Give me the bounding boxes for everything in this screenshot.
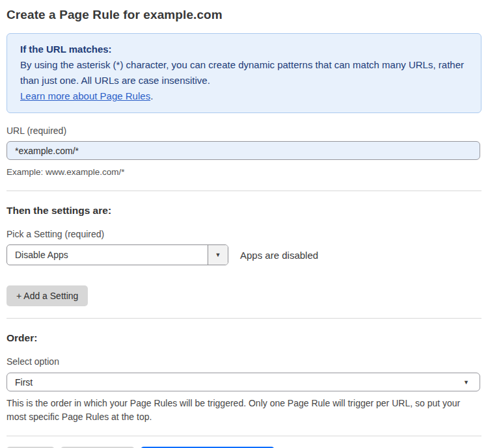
order-select-label: Select option bbox=[7, 356, 481, 367]
info-box-heading: If the URL matches: bbox=[20, 42, 468, 57]
settings-section-heading: Then the settings are: bbox=[7, 205, 481, 217]
chevron-down-icon[interactable]: ▼ bbox=[208, 245, 228, 265]
page-title: Create a Page Rule for example.com bbox=[7, 8, 481, 22]
add-setting-button[interactable]: + Add a Setting bbox=[7, 285, 88, 306]
order-select[interactable]: First ▼ bbox=[7, 373, 480, 391]
info-box-body: By using the asterisk (*) character, you… bbox=[20, 57, 468, 88]
pick-setting-label: Pick a Setting (required) bbox=[7, 229, 481, 239]
link-suffix: . bbox=[150, 90, 153, 101]
url-matches-info-box: If the URL matches: By using the asteris… bbox=[7, 33, 481, 113]
learn-more-link[interactable]: Learn more about Page Rules bbox=[20, 90, 150, 101]
setting-status-text: Apps are disabled bbox=[240, 250, 318, 261]
divider bbox=[7, 191, 481, 191]
setting-picker-dropdown[interactable]: Disable Apps ▼ bbox=[7, 244, 228, 265]
order-helper-text: This is the order in which your Page Rul… bbox=[7, 397, 468, 424]
url-field-label: URL (required) bbox=[7, 125, 481, 136]
url-example-helper: Example: www.example.com/* bbox=[7, 165, 481, 179]
divider bbox=[7, 318, 481, 319]
chevron-down-icon: ▼ bbox=[463, 379, 469, 386]
order-select-value: First bbox=[7, 377, 33, 388]
setting-picker-value: Disable Apps bbox=[7, 245, 208, 265]
url-input[interactable] bbox=[7, 141, 480, 160]
divider bbox=[7, 436, 481, 436]
setting-row: Disable Apps ▼ Apps are disabled bbox=[7, 244, 481, 265]
info-box-link-line: Learn more about Page Rules. bbox=[20, 88, 468, 104]
order-section-heading: Order: bbox=[7, 332, 481, 344]
